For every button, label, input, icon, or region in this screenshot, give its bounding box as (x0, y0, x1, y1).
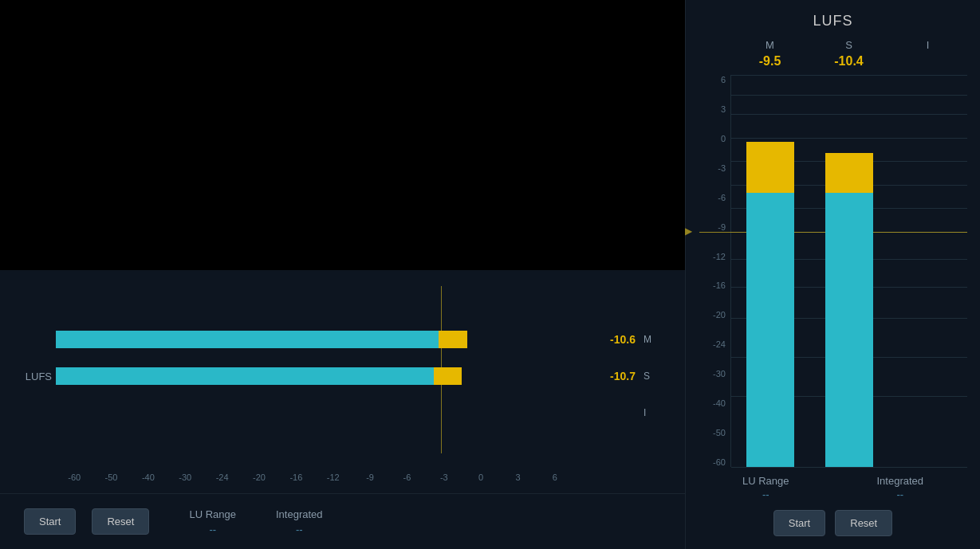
bar-value-row-s: -10.7 S (596, 365, 653, 387)
col-value-i (888, 54, 967, 69)
right-start-button[interactable]: Start (773, 510, 825, 536)
bar-channel-s: S (643, 371, 653, 382)
bar-fill-cyan-s (56, 367, 434, 385)
right-integrated-value: -- (896, 488, 903, 500)
y-label-n24: -24 (713, 339, 726, 349)
bar-value-m: -10.6 (596, 333, 636, 346)
y-label-n9: -9 (718, 222, 726, 232)
left-lu-range-value: -- (209, 524, 216, 535)
bars-container: LUFS -10.6 M -10.7 S (16, 286, 669, 466)
x-label-10: -3 (426, 473, 462, 482)
vert-bar-col-s (817, 75, 881, 467)
y-label-n60: -60 (713, 457, 726, 467)
y-label-0: 0 (721, 134, 726, 143)
vert-bar-yellow-s (825, 153, 873, 192)
x-label-11: 0 (462, 473, 499, 482)
vert-y-axis: 6 3 0 -3 -6 -9 -12 -16 -20 -24 -30 -40 -… (699, 75, 730, 467)
vert-bar-cyan-m (746, 193, 794, 467)
col-header-i: I (888, 39, 967, 51)
left-reset-button[interactable]: Reset (92, 508, 149, 535)
vert-bar-col-i (896, 75, 960, 467)
col-headers: M S I (699, 39, 967, 51)
vert-bar-cyan-s (825, 193, 873, 467)
bar-row-m (56, 328, 573, 351)
bar-value-row-i: I (596, 402, 653, 424)
bar-values: -10.6 M -10.7 S I (596, 286, 653, 466)
bar-row-i (56, 402, 573, 424)
left-start-button[interactable]: Start (24, 508, 76, 535)
right-lu-range-stat: LU Range -- (742, 475, 789, 500)
col-values: -9.5 -10.4 (699, 54, 967, 69)
y-label-3: 3 (721, 104, 726, 114)
col-value-s: -10.4 (809, 54, 888, 69)
right-bottom: LU Range -- Integrated -- Start Reset (699, 467, 967, 536)
x-label-3: -30 (167, 473, 203, 482)
bar-fill-yellow-s (434, 367, 462, 385)
y-label-n30: -30 (713, 369, 726, 378)
right-lu-range-value: -- (762, 488, 769, 500)
y-label-n12: -12 (713, 252, 726, 261)
col-header-m: M (730, 39, 809, 51)
left-panel: LUFS -10.6 M -10.7 S (0, 0, 686, 549)
x-label-1: -50 (92, 473, 129, 482)
vert-chart: 6 3 0 -3 -6 -9 -12 -16 -20 -24 -30 -40 -… (699, 75, 967, 467)
y-label-n50: -50 (713, 428, 726, 437)
left-lu-range-section: LU Range -- (189, 508, 236, 535)
right-reset-button[interactable]: Reset (835, 510, 892, 536)
col-value-m: -9.5 (730, 54, 809, 69)
x-label-12: 3 (499, 473, 536, 482)
y-label-n20: -20 (713, 310, 726, 320)
left-integrated-section: Integrated -- (276, 508, 323, 535)
vert-bars-area: ▶ (730, 75, 967, 467)
left-meter-area: LUFS -10.6 M -10.7 S (0, 270, 685, 493)
y-label-n16: -16 (713, 280, 726, 290)
right-controls-row: Start Reset (699, 510, 967, 536)
bar-value-s: -10.7 (596, 370, 636, 382)
vert-bar-col-m (738, 75, 802, 467)
y-label-n40: -40 (713, 398, 726, 408)
x-label-0: -60 (56, 473, 92, 482)
bar-value-row-m: -10.6 M (596, 328, 653, 351)
right-integrated-stat: Integrated -- (876, 475, 923, 500)
bar-track-s (56, 367, 573, 385)
y-label-n6: -6 (718, 193, 726, 202)
right-panel: LUFS M S I -9.5 -10.4 6 3 0 -3 -6 -9 -12… (686, 0, 980, 549)
bar-track-m (56, 331, 573, 348)
x-label-8: -9 (352, 473, 388, 482)
bar-label-s: LUFS (16, 371, 52, 382)
bar-channel-i: I (643, 407, 653, 418)
right-lu-range-label: LU Range (742, 475, 789, 487)
left-lu-range-label: LU Range (189, 508, 236, 520)
right-title: LUFS (699, 13, 967, 29)
y-label-6: 6 (721, 75, 726, 84)
y-label-n3: -3 (718, 163, 726, 173)
left-integrated-label: Integrated (276, 508, 323, 520)
col-header-s: S (809, 39, 888, 51)
left-controls: Start Reset LU Range -- Integrated -- (0, 493, 685, 549)
bar-fill-yellow-m (439, 331, 467, 348)
grid-13 (731, 467, 967, 468)
right-integrated-label: Integrated (876, 475, 923, 487)
x-label-2: -40 (130, 473, 167, 482)
vert-bar-yellow-m (746, 142, 794, 193)
x-label-6: -16 (277, 473, 314, 482)
x-label-13: 6 (537, 473, 573, 482)
x-axis: -60 -50 -40 -30 -24 -20 -16 -12 -9 -6 -3… (16, 469, 669, 485)
bar-channel-m: M (643, 334, 653, 345)
bar-row-s: LUFS (56, 365, 573, 387)
left-black-area (0, 0, 685, 270)
left-integrated-value: -- (296, 524, 303, 535)
x-label-7: -12 (315, 473, 352, 482)
right-stats-row: LU Range -- Integrated -- (699, 475, 967, 504)
x-label-4: -24 (203, 473, 240, 482)
bar-fill-cyan-m (56, 331, 439, 348)
x-label-9: -6 (388, 473, 425, 482)
x-label-5: -20 (241, 473, 277, 482)
